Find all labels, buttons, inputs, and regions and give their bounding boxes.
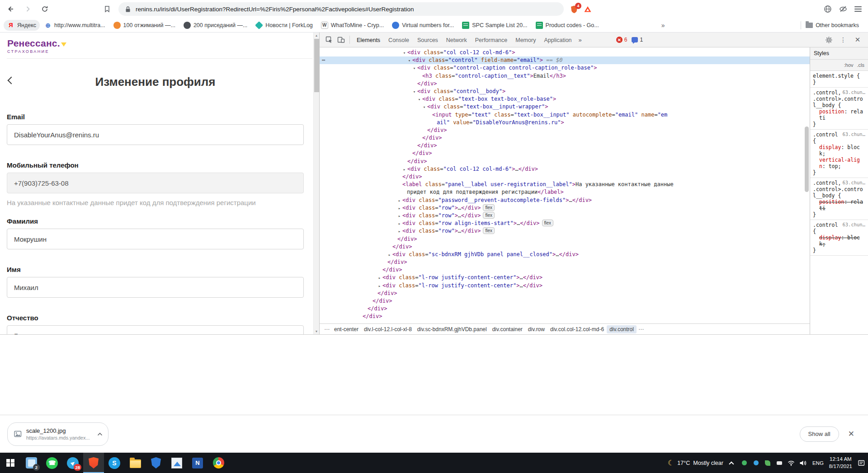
style-source-link[interactable]: 63.chun…	[842, 180, 865, 185]
device-toolbar-button[interactable]	[335, 34, 347, 46]
forward-button[interactable]	[21, 2, 34, 16]
devtools-settings-button[interactable]	[823, 34, 835, 46]
download-item[interactable]: scale_1200.jpg https://avatars.mds.yande…	[7, 422, 108, 446]
dom-tree-node[interactable]: </div>	[320, 266, 810, 274]
breadcrumb-item[interactable]: div.sc-bdnxRM.gjhVDb.panel	[415, 325, 490, 333]
reader-eye-icon[interactable]	[839, 5, 847, 13]
language-indicator[interactable]: ENG	[812, 460, 824, 466]
brave-shields-button[interactable]: 4	[570, 5, 578, 14]
breadcrumb-item[interactable]: div.col.col-12.col-md-6	[547, 325, 607, 333]
breadcrumb-item[interactable]: div.control	[607, 325, 637, 333]
breadcrumb-item[interactable]: div.container	[490, 325, 525, 333]
field-input-3[interactable]	[7, 277, 304, 298]
dom-tree-node[interactable]: </div>	[320, 258, 810, 266]
bookmark-item[interactable]: 200 приседаний —...	[180, 20, 251, 31]
dom-tree-node[interactable]: ▾<div class="text-box text-box_role-base…	[320, 95, 810, 103]
scrollbar-thumb[interactable]	[314, 39, 319, 92]
devtools-tab-performance[interactable]: Performance	[471, 33, 512, 47]
collapsed-arrow-icon[interactable]: ▸	[387, 251, 392, 259]
bookmark-flag-button[interactable]	[100, 2, 114, 16]
collapsed-arrow-icon[interactable]: ▸	[396, 205, 402, 212]
show-all-button[interactable]: Show all	[800, 426, 839, 442]
dom-tree-node[interactable]: </div>	[320, 142, 810, 150]
error-counter[interactable]: ✕ 6	[616, 37, 627, 43]
collapsed-arrow-icon[interactable]: ▸	[377, 282, 382, 290]
flex-badge[interactable]: flex	[483, 212, 495, 219]
taskbar-app-skype[interactable]: S	[104, 453, 125, 473]
dom-tree-node[interactable]: </div>	[320, 134, 810, 142]
collapsed-arrow-icon[interactable]: ▸	[401, 166, 407, 173]
style-source-link[interactable]: 63.chun…	[842, 89, 865, 95]
devtools-close-button[interactable]: ✕	[852, 34, 863, 46]
dom-tree-node[interactable]: <h3 class="control-caption__text">Email<…	[320, 72, 810, 80]
dom-tree-node[interactable]: </div>	[320, 290, 810, 297]
expanded-arrow-icon[interactable]: ▾	[416, 96, 422, 103]
page-scrollbar[interactable]: ▲ ▼	[313, 33, 319, 334]
bookmarks-overflow-button[interactable]: »	[658, 22, 669, 29]
dom-tree-node[interactable]: ▾<div class="col col-12 col-md-6">	[320, 49, 810, 56]
taskbar-app-app-blue[interactable]: N	[187, 453, 208, 473]
style-property[interactable]: position: relati	[813, 108, 865, 121]
field-input-4[interactable]	[7, 325, 304, 334]
clock[interactable]: 12:14 AM 8/17/2021	[829, 456, 852, 470]
collapsed-arrow-icon[interactable]: ▸	[396, 212, 402, 220]
style-source-link[interactable]: 63.chun…	[842, 222, 865, 227]
dom-tree-node[interactable]: ⋯▾<div class="control" field-name="email…	[320, 56, 810, 64]
weather-widget[interactable]: ☾ 17°C Mostly clear	[668, 459, 723, 467]
flex-badge[interactable]: flex	[542, 220, 554, 226]
tray-leaf-icon[interactable]	[764, 459, 772, 467]
collapsed-arrow-icon[interactable]: ▸	[396, 220, 402, 228]
start-button[interactable]	[0, 453, 21, 473]
node-menu-dots[interactable]: ⋯	[322, 56, 325, 64]
dom-tree-node[interactable]: </div>	[320, 80, 810, 88]
dom-tree-node[interactable]: </div>	[320, 126, 810, 134]
bookmark-item[interactable]: Product codes - Go...	[532, 20, 603, 31]
dom-tree-node[interactable]: </div>	[320, 243, 810, 251]
tray-wifi-icon[interactable]	[788, 459, 795, 467]
scroll-down-icon[interactable]: ▼	[314, 328, 319, 334]
style-property[interactable]: position: relati	[813, 199, 865, 211]
inspect-element-button[interactable]	[323, 34, 335, 46]
style-property[interactable]: display: block;	[813, 234, 865, 247]
devtools-tab-console[interactable]: Console	[384, 33, 413, 47]
bookmark-item[interactable]: SPC Sample List 20...	[458, 20, 531, 31]
dom-tree-node[interactable]: ail" value="DisableYourAnus@renins.ru">	[320, 119, 810, 126]
chevron-up-icon[interactable]	[97, 432, 103, 436]
taskbar-app-shield-app[interactable]	[146, 453, 166, 473]
dom-tree-node[interactable]: ▸<div class="row">…</div>flex	[320, 212, 810, 220]
action-center-icon[interactable]	[858, 459, 865, 467]
dom-tree-node[interactable]: ▸<div class="row align-items-start">…</d…	[320, 220, 810, 227]
dom-tree-node[interactable]: <input type="text" class="text-box__inpu…	[320, 111, 810, 119]
taskbar-app-photos-app[interactable]	[166, 453, 187, 473]
dom-tree-node[interactable]: ▸<div class="password__prevent-autocompl…	[320, 197, 810, 204]
dom-tree-node[interactable]: </div>	[320, 313, 810, 320]
tray-plug-icon[interactable]	[776, 459, 783, 467]
more-tabs-button[interactable]: »	[576, 37, 585, 43]
bookmark-item[interactable]: WWhatToMine - Cryp...	[317, 20, 387, 31]
taskbar-app-file-explorer[interactable]	[125, 453, 146, 473]
issue-counter[interactable]: 1	[632, 37, 643, 43]
other-bookmarks-button[interactable]: Other bookmarks	[796, 21, 864, 29]
dom-tree-node[interactable]: ▸<div class="row">…</div>flex	[320, 227, 810, 235]
menu-button[interactable]	[854, 6, 862, 12]
devtools-tab-elements[interactable]: Elements	[353, 33, 384, 47]
collapsed-arrow-icon[interactable]: ▸	[377, 274, 382, 282]
field-input-1[interactable]	[7, 173, 304, 193]
devtools-menu-button[interactable]: ⋮	[837, 34, 849, 46]
dom-tree-node[interactable]: ▸<div class="l-row justify-content-cente…	[320, 282, 810, 290]
reload-button[interactable]	[38, 2, 52, 16]
dom-tree-node[interactable]: </div>	[320, 235, 810, 243]
taskbar-app-brave[interactable]	[83, 453, 104, 473]
expanded-arrow-icon[interactable]: ▾	[411, 88, 417, 96]
devtools-tab-network[interactable]: Network	[442, 33, 471, 47]
devtools-tab-sources[interactable]: Sources	[413, 33, 442, 47]
rule-selector[interactable]: element.style {	[813, 73, 865, 79]
dom-tree-node[interactable]: ▸<div class="sc-bdnxRM gjhVDb panel pane…	[320, 251, 810, 258]
globe-icon[interactable]	[824, 5, 832, 13]
dom-tree-node[interactable]: ▾<div class="control-caption control-cap…	[320, 64, 810, 72]
breadcrumb-overflow-left[interactable]: ⋯	[322, 326, 331, 333]
style-property[interactable]: display: block;	[813, 144, 865, 157]
dom-tree-node[interactable]: <label class="panel__label user-registra…	[320, 181, 810, 188]
devtools-tab-application[interactable]: Application	[540, 33, 576, 47]
bookmark-item[interactable]: ЯЯндекс	[4, 20, 40, 31]
